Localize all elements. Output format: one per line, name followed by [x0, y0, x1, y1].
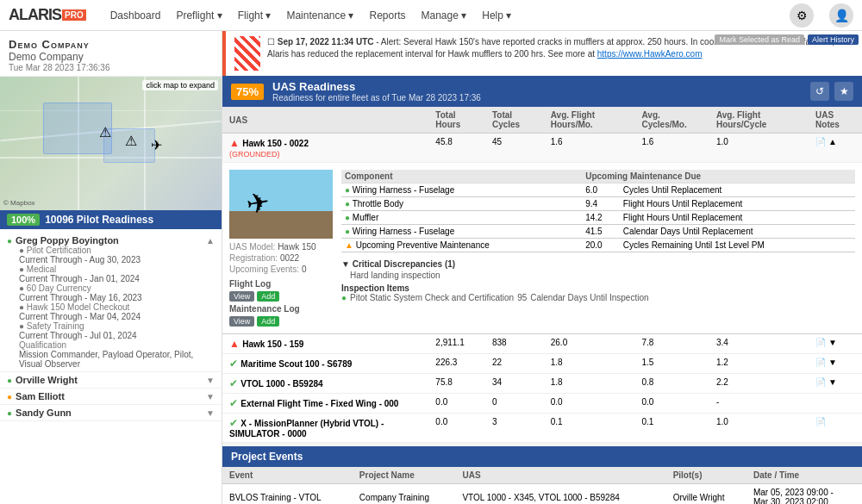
project-event-row-1[interactable]: BVLOS Training - VTOL Company Training V… [222, 484, 862, 505]
maintenance-log-view-btn[interactable]: View [229, 316, 254, 327]
col-total-hours: Total Hours [428, 107, 485, 134]
logo-pro: PRO [62, 9, 86, 21]
chevron-down-icon-orville: ▼ [206, 376, 215, 385]
uas-row-simulator[interactable]: ✔ X - MissionPlanner (Hybrid VTOL) - SIM… [222, 414, 862, 443]
refresh-icon[interactable]: ↺ [810, 82, 829, 101]
expand-icon[interactable]: ▲ [828, 137, 837, 146]
inspection-items: Inspection Items ● Pitot Static System C… [341, 283, 855, 302]
nav-maintenance[interactable]: Maintenance ▾ [286, 9, 353, 22]
alert-history-button[interactable]: Alert History [808, 34, 859, 45]
critical-item-1: Hard landing inspection [341, 271, 855, 280]
uas-model-value: Hawk 150 [278, 242, 315, 252]
uas-avghourscycle-hawk-0022: 1.0 [709, 134, 809, 163]
uas-cycles-maritime: 22 [485, 354, 544, 374]
nav-dashboard[interactable]: Dashboard [110, 9, 161, 22]
uas-row-maritime[interactable]: ✔ Maritime Scout 100 - S6789 226.3 22 1.… [222, 354, 862, 374]
notes-icon-maritime[interactable]: 📄 [815, 358, 826, 367]
nav-reports[interactable]: Reports [369, 9, 405, 22]
expand-icon-maritime[interactable]: ▼ [828, 358, 837, 367]
maint-value-5: 20.0 [582, 239, 620, 252]
uas-notes-simulator: 📄 [809, 414, 862, 443]
maintenance-log-label: Maintenance Log [229, 304, 300, 314]
plane-icon: ✈ [244, 185, 272, 221]
flight-log-add-btn[interactable]: Add [257, 291, 279, 302]
uas-log-buttons: Flight Log View Add Maintenance Log [229, 279, 333, 327]
mark-read-button[interactable]: Mark Selected as Read [715, 34, 804, 45]
map-expand-button[interactable]: click map to expand [142, 80, 218, 90]
pilot-name-greg: ● Greg Poppy Boyington [7, 235, 119, 246]
notes-icon-sim[interactable]: 📄 [815, 417, 826, 426]
nav-help[interactable]: Help ▾ [482, 9, 511, 22]
project-events-table-header: Event Project Name UAS Pilot(s) Date / T… [222, 467, 862, 484]
pilot-status-green: ● [7, 236, 12, 246]
uas-avgcycles-hawk-159: 7.8 [634, 334, 709, 354]
uas-name-hawk-159: ▲ Hawk 150 - 159 [222, 334, 428, 354]
uas-cycles-hawk-159: 838 [485, 334, 544, 354]
maint-component-1: ● Wiring Harness - Fuselage [341, 184, 582, 197]
pilot-item-sam[interactable]: ● Sam Elliott ▼ [0, 389, 222, 405]
pilot-name-orville: ● Orville Wright [7, 375, 78, 385]
uas-cycles-external: 0 [485, 394, 544, 414]
pilot-item-sandy[interactable]: ● Sandy Gunn ▼ [0, 405, 222, 421]
maintenance-log-actions: View Add [229, 316, 333, 327]
map-background: ⚠ ⚠ ✈ © Mapbox [0, 77, 222, 210]
maint-component-5: ▲ Upcoming Preventive Maintenance [341, 239, 582, 252]
uas-detail-cell: ✈ UAS Model: Hawk 150 Registrati [222, 163, 862, 334]
uas-detail-hawk-0022: ✈ UAS Model: Hawk 150 Registrati [222, 163, 862, 334]
maint-value-1: 6.0 [582, 184, 620, 197]
pilot-readiness-header: 100% 10096 Pilot Readiness [0, 210, 222, 229]
uas-name-maritime: ✔ Maritime Scout 100 - S6789 [222, 354, 428, 374]
uas-name-hawk-0022: ▲ Hawk 150 - 0022 (GROUNDED) [222, 134, 428, 163]
pilot-item-orville[interactable]: ● Orville Wright ▼ [0, 372, 222, 389]
nav-preflight[interactable]: Preflight ▾ [176, 9, 222, 22]
maint-due-2: Flight Hours Until Replacement [620, 197, 855, 211]
uas-row-external[interactable]: ✔ External Flight Time - Fixed Wing - 00… [222, 394, 862, 414]
pilot-name-sam: ● Sam Elliott [7, 391, 65, 401]
expand-icon-vtol[interactable]: ▼ [828, 377, 837, 387]
main-layout: Demo Company Demo Company Tue Mar 28 202… [0, 31, 862, 504]
settings-icon[interactable]: ⚙ [790, 3, 814, 28]
notes-icon-159[interactable]: 📄 [815, 338, 826, 347]
event-name-1: BVLOS Training - VTOL [222, 484, 353, 505]
uas-table-header: UAS Total Hours Total Cycles Avg. Flight… [222, 107, 862, 134]
maintenance-log-row: Maintenance Log [229, 304, 333, 314]
nav-flight[interactable]: Flight ▾ [238, 9, 272, 22]
pilot-status-orville: ● [7, 376, 12, 385]
inspection-value: 95 [517, 293, 527, 302]
uas-readiness-actions: ↺ ★ [810, 82, 853, 101]
uas-row-hawk-0022[interactable]: ▲ Hawk 150 - 0022 (GROUNDED) 45.8 45 1.6… [222, 134, 862, 163]
col-avg-hours-mo: Avg. Flight Hours/Mo. [544, 107, 635, 134]
uas-readiness-badge: 75% [231, 84, 264, 100]
company-name: Demo Company [9, 51, 213, 63]
uas-name-simulator: ✔ X - MissionPlanner (Hybrid VTOL) - SIM… [222, 414, 428, 443]
uas-row-vtol[interactable]: ✔ VTOL 1000 - B59284 75.8 34 1.8 0.8 2.2… [222, 374, 862, 394]
pilot-item-greg[interactable]: ● Greg Poppy Boyington ▲ ● Pilot Certifi… [0, 233, 222, 372]
uas-readiness-title-block: UAS Readiness Readiness for entire fleet… [272, 80, 481, 103]
user-icon[interactable]: 👤 [829, 3, 853, 28]
uas-row-hawk-159[interactable]: ▲ Hawk 150 - 159 2,911.1 838 26.0 7.8 3.… [222, 334, 862, 354]
critical-label: ▼ Critical Discrepancies (1) [341, 258, 855, 271]
uas-avghourscycle-vtol: 2.2 [709, 374, 809, 394]
uas-meta: UAS Model: Hawk 150 Registration: 0022 [229, 239, 333, 274]
uas-hours-external: 0.0 [428, 394, 485, 414]
nav-manage[interactable]: Manage ▾ [422, 9, 467, 22]
col-avg-cycles-mo: Avg. Cycles/Mo. [634, 107, 709, 134]
maint-value-2: 9.4 [582, 197, 620, 211]
uas-avghours-simulator: 0.1 [544, 414, 635, 443]
uas-maintenance-col: Component Upcoming Maintenance Due ● Wir… [341, 170, 855, 327]
uas-notes-maritime: 📄 ▼ [809, 354, 862, 374]
star-icon[interactable]: ★ [834, 82, 853, 101]
map-section[interactable]: ⚠ ⚠ ✈ © Mapbox click map to expand [0, 77, 222, 210]
maintenance-log-add-btn[interactable]: Add [257, 316, 279, 327]
flight-log-row: Flight Log [229, 279, 333, 289]
col-avg-hours-cycle: Avg. Flight Hours/Cycle [709, 107, 809, 134]
project-events-section: Project Events Event Project Name UAS Pi… [222, 446, 862, 504]
left-sidebar: Demo Company Demo Company Tue Mar 28 202… [0, 31, 222, 504]
uas-avgcycles-external: 0.0 [634, 394, 709, 414]
notes-icon[interactable]: 📄 [815, 137, 826, 146]
flight-log-view-btn[interactable]: View [229, 291, 254, 302]
alert-link[interactable]: https://www.HawkAero.com [597, 49, 703, 59]
pilot-readiness-title: 10096 Pilot Readiness [45, 214, 153, 226]
expand-icon-159[interactable]: ▼ [828, 338, 837, 347]
notes-icon-vtol[interactable]: 📄 [815, 377, 826, 387]
